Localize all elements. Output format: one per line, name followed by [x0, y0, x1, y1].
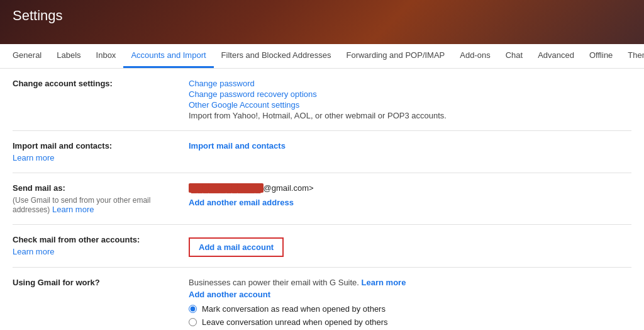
tab-advanced[interactable]: Advanced: [530, 44, 582, 68]
tab-filters[interactable]: Filters and Blocked Addresses: [214, 44, 339, 68]
gmail-work-label: Using Gmail for work?: [13, 278, 189, 290]
email-display: ████████████ @gmail.com>: [189, 183, 631, 193]
change-account-section: Change account settings: Change password…: [13, 69, 631, 131]
check-mail-label: Check mail from other accounts: Learn mo…: [13, 235, 189, 256]
radio-leave-unread-input[interactable]: [189, 318, 197, 326]
send-mail-content: ████████████ @gmail.com> Add another ema…: [189, 183, 631, 207]
tab-addons[interactable]: Add-ons: [452, 44, 497, 68]
send-mail-learn-more[interactable]: Learn more: [52, 205, 94, 214]
radio-mark-read: Mark conversation as read when opened by…: [189, 304, 631, 314]
import-mail-action-link[interactable]: Import mail and contacts: [189, 141, 286, 151]
check-mail-learn-more[interactable]: Learn more: [13, 247, 54, 256]
tab-forwarding[interactable]: Forwarding and POP/IMAP: [338, 44, 452, 68]
tab-offline[interactable]: Offline: [582, 44, 620, 68]
add-mail-account-button[interactable]: Add a mail account: [189, 237, 284, 257]
check-mail-content: Add a mail account: [189, 235, 631, 257]
import-mail-learn-more[interactable]: Learn more: [13, 153, 54, 162]
tab-themes[interactable]: Themes: [620, 44, 644, 68]
change-password-link[interactable]: Change password: [189, 79, 631, 88]
tab-accounts-and-import[interactable]: Accounts and Import: [123, 44, 213, 68]
page-title: Settings: [13, 8, 631, 30]
tab-chat[interactable]: Chat: [498, 44, 530, 68]
nav-tabs: General Labels Inbox Accounts and Import…: [0, 44, 644, 69]
settings-content: Change account settings: Change password…: [0, 69, 644, 330]
check-mail-section: Check mail from other accounts: Learn mo…: [13, 225, 631, 268]
gmail-work-section: Using Gmail for work? Businesses can pow…: [13, 268, 631, 330]
gmail-work-learn-more[interactable]: Learn more: [362, 278, 406, 287]
other-google-account-link[interactable]: Other Google Account settings: [189, 100, 631, 110]
radio-leave-unread-label: Leave conversation unread when opened by…: [202, 317, 388, 327]
email-suffix: @gmail.com>: [264, 183, 314, 193]
tab-general[interactable]: General: [5, 44, 49, 68]
import-mail-section: Import mail and contacts: Learn more Imp…: [13, 131, 631, 173]
radio-mark-read-input[interactable]: [189, 305, 197, 313]
header: Settings: [0, 0, 644, 44]
send-mail-section: Send mail as: (Use Gmail to send from yo…: [13, 173, 631, 225]
tab-labels[interactable]: Labels: [49, 44, 88, 68]
radio-mark-read-label: Mark conversation as read when opened by…: [202, 304, 386, 314]
change-account-label: Change account settings:: [13, 79, 189, 91]
tab-inbox[interactable]: Inbox: [89, 44, 124, 68]
radio-leave-unread: Leave conversation unread when opened by…: [189, 317, 631, 327]
gmail-work-description: Businesses can power their email with G …: [189, 278, 631, 287]
add-another-account-link[interactable]: Add another account: [189, 290, 631, 299]
gmail-work-content: Businesses can power their email with G …: [189, 278, 631, 330]
email-redacted: ████████████: [189, 183, 264, 193]
import-mail-content: Import mail and contacts: [189, 141, 631, 151]
add-another-email-link[interactable]: Add another email address: [189, 198, 294, 207]
send-mail-label: Send mail as: (Use Gmail to send from yo…: [13, 183, 189, 214]
change-password-recovery-link[interactable]: Change password recovery options: [189, 89, 631, 99]
import-mail-label: Import mail and contacts: Learn more: [13, 141, 189, 162]
change-account-content: Change password Change password recovery…: [189, 79, 631, 120]
change-account-description: Import from Yahoo!, Hotmail, AOL, or oth…: [189, 111, 447, 120]
